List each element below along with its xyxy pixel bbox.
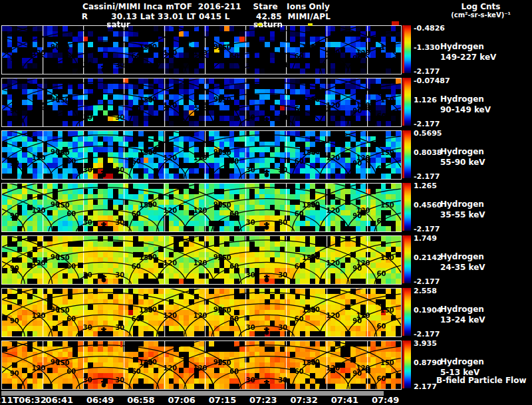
species-label: Hydrogen [440, 356, 484, 367]
energy-label-4: Hydrogen35-55 keV [440, 199, 485, 220]
time-label-2: 06:41 [46, 395, 73, 405]
spectrogram-screen: Cassini/MIMI Inca mTOF 2016-211 Stare Io… [0, 0, 532, 405]
colorbar-2 [402, 78, 411, 126]
spectrogram-canvas-5 [1, 235, 402, 285]
spectrogram-canvas-7 [1, 340, 402, 390]
colorbar-tick-bot-5: -2.177 [414, 278, 440, 285]
colorbar-3 [402, 130, 411, 178]
colorbar-tick-bot-2: -2.177 [414, 120, 440, 128]
panel-3 [1, 130, 400, 178]
colorbar-tick-top-2: -0.07487 [414, 77, 450, 84]
panel-4 [1, 183, 400, 231]
bfield-note: B-field Particle Flow [436, 376, 527, 385]
colorbar-tick-top-7: 3.935 [414, 340, 437, 347]
plot-subtitle: R 30.13 Lat 33.01 LT 0415 L 42.85 MIMI/A… [0, 12, 412, 21]
top-marker-1: satur [106, 20, 130, 29]
species-label: Hydrogen [440, 304, 485, 315]
colorbar-1 [402, 25, 411, 73]
time-label-9: 07:41 [331, 395, 358, 405]
species-label: Hydrogen [440, 146, 485, 157]
colorbar-tick-bot-6: -2.177 [414, 331, 440, 338]
colorbar-tick-mid-4: 0.4560 [414, 202, 442, 209]
time-label-4: 06:58 [127, 395, 154, 405]
energy-label-5: Hydrogen24-35 keV [440, 251, 485, 273]
energy-label-2: Hydrogen90-149 keV [440, 94, 491, 115]
spectrogram-canvas-6 [1, 288, 402, 337]
spectrogram-canvas-4 [1, 183, 402, 232]
time-label-5: 07:06 [168, 395, 195, 405]
time-label-10: 07:49 [372, 395, 399, 405]
energy-range-label: 55-90 keV [440, 157, 485, 168]
spectrogram-canvas-2 [1, 78, 402, 127]
colorbar-5 [402, 235, 411, 283]
colorbar-tick-bot-7: 2.177 [414, 383, 437, 390]
energy-range-label: 149-227 keV [440, 52, 496, 63]
time-label-7: 07:23 [249, 395, 277, 405]
panel-5 [1, 235, 400, 283]
time-label-1: 211T06:32 [0, 395, 47, 405]
species-label: Hydrogen [440, 41, 496, 52]
colorbar-tick-bot-1: -2.177 [414, 68, 440, 75]
energy-range-label: 24-35 keV [440, 262, 485, 273]
colorbar-4 [402, 183, 411, 231]
energy-label-3: Hydrogen55-90 keV [440, 146, 485, 168]
yellow-tick-1 [257, 23, 262, 26]
colorbar-tick-top-3: 0.5695 [414, 130, 442, 137]
panel-6 [1, 288, 400, 336]
colorbar-tick-mid-6: 0.1904 [414, 307, 442, 314]
yellow-tick-2 [308, 23, 313, 26]
red-marker [392, 21, 399, 25]
colorbar-tick-bot-3: -2.177 [414, 173, 440, 180]
time-label-3: 06:49 [86, 395, 114, 405]
energy-range-label: 35-55 keV [440, 209, 485, 220]
energy-range-label: 90-149 keV [440, 104, 491, 115]
panel-7 [1, 340, 400, 388]
energy-range-label: 13-24 keV [440, 315, 485, 325]
colorbar-tick-mid-3: 0.8038 [414, 149, 442, 156]
energy-label-6: Hydrogen13-24 keV [440, 304, 485, 325]
spectrogram-canvas-3 [1, 130, 402, 180]
colorbar-6 [402, 288, 411, 336]
energy-label-7: Hydrogen5-13 keV [440, 356, 484, 378]
colorbar-tick-top-4: 1.265 [414, 182, 437, 190]
time-label-8: 07:32 [290, 395, 317, 405]
panel-1 [1, 25, 400, 73]
species-label: Hydrogen [440, 251, 485, 262]
colorbar-tick-bot-4: -2.177 [414, 225, 440, 233]
plot-title: Cassini/MIMI Inca mTOF 2016-211 Stare Io… [0, 2, 412, 11]
panel-2 [1, 78, 400, 126]
colorbar-tick-mid-5: 0.2142 [414, 254, 442, 261]
colorbar-tick-top-6: 2.558 [414, 287, 437, 295]
energy-label-1: Hydrogen149-227 keV [440, 41, 496, 63]
species-label: Hydrogen [440, 199, 485, 209]
colorbar-tick-mid-1: -1.330 [414, 44, 440, 51]
colorbar-legend-units: (cm²-sr-s-keV)⁻¹ [431, 11, 531, 19]
time-label-6: 07:15 [209, 395, 236, 405]
species-label: Hydrogen [440, 94, 491, 104]
colorbar-tick-mid-2: 1.126 [414, 96, 437, 104]
colorbar-tick-mid-7: 0.8790 [414, 359, 442, 366]
colorbar-tick-top-5: 1.749 [414, 235, 437, 242]
colorbar-7 [402, 340, 411, 388]
colorbar-legend-title: Log Cnts [431, 2, 531, 11]
spectrogram-canvas-1 [1, 25, 402, 74]
colorbar-tick-top-1: -0.4826 [414, 25, 445, 32]
